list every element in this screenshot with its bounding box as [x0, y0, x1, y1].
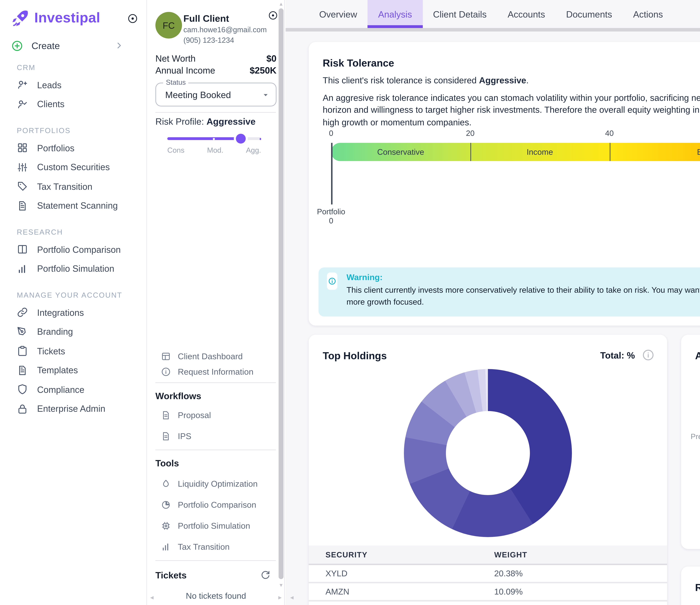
donut-hole: [446, 411, 530, 495]
panel-item-ips[interactable]: IPS: [161, 430, 191, 442]
panel-item-liquidity-optimization[interactable]: Liquidity Optimization: [161, 478, 257, 490]
refresh-icon[interactable]: [260, 570, 270, 580]
sidebar-item-label: Clients: [37, 99, 65, 109]
client-avatar: FC: [155, 12, 182, 39]
panel-item-label: Client Dashboard: [178, 352, 243, 361]
panel-item-proposal[interactable]: Proposal: [161, 409, 211, 421]
divider: [155, 450, 276, 450]
app-name: Investipal: [34, 10, 100, 26]
create-button[interactable]: Create: [11, 38, 136, 53]
clipboard-icon: [17, 345, 28, 357]
security-column-header: SECURITY: [309, 550, 494, 559]
client-name: Full Client: [183, 13, 229, 24]
file-text-icon: [17, 365, 28, 376]
panel-item-label: Liquidity Optimization: [178, 479, 257, 489]
sidebar-item-tickets[interactable]: Tickets: [17, 344, 65, 358]
pen-tool-icon: [17, 326, 28, 337]
scale-tick-40: 40: [605, 129, 614, 137]
panel-scrollbar[interactable]: [279, 8, 283, 579]
panel-item-label: Request Information: [178, 367, 253, 377]
tab-client-details[interactable]: Client Details: [423, 0, 497, 28]
client-phone: (905) 123-1234: [183, 36, 234, 44]
weight-cell: 20.38%: [494, 568, 523, 578]
holdings-row-amzn[interactable]: AMZN10.09%: [309, 583, 667, 602]
sidebar-item-enterprise-admin[interactable]: Enterprise Admin: [17, 402, 105, 416]
top-holdings-title: Top Holdings: [323, 350, 387, 361]
tab-analysis[interactable]: Analysis: [368, 0, 423, 28]
tab-documents[interactable]: Documents: [555, 0, 623, 28]
slider-mark-cons: Cons: [167, 146, 184, 154]
info-icon: [328, 277, 336, 285]
droplet-icon: [161, 479, 171, 489]
category-label-bonds: Bonds: [684, 482, 700, 490]
status-select[interactable]: Status Meeting Booked: [155, 82, 276, 106]
weight-column-header: WEIGHT: [494, 550, 527, 559]
net-worth-label: Net Worth: [155, 53, 196, 64]
panel-scrollbar-down-arrow[interactable]: ▼: [279, 583, 283, 587]
bar-chart-icon: [161, 542, 171, 552]
workflows-heading: Workflows: [155, 391, 201, 401]
tab-scroll-track[interactable]: [285, 28, 700, 31]
sidebar-item-portfolio-comparison[interactable]: Portfolio Comparison: [17, 242, 121, 256]
sidebar-item-portfolios[interactable]: Portfolios: [17, 141, 74, 155]
panel-item-label: Tax Transition: [178, 542, 230, 552]
top-holdings-card: Top Holdings Total: % SECURITY WEIGHT XY…: [309, 335, 667, 605]
scale-tick-20: 20: [466, 129, 474, 137]
logo[interactable]: Investipal: [11, 8, 100, 27]
sidebar-item-tax-transition[interactable]: Tax Transition: [17, 179, 93, 193]
sidebar-collapse-icon[interactable]: [127, 13, 138, 24]
plus-circle-icon: [11, 40, 23, 51]
sidebar-item-portfolio-simulation[interactable]: Portfolio Simulation: [17, 262, 114, 275]
panel-hscroll-left-arrow[interactable]: ◄: [149, 595, 155, 601]
file-text-icon: [17, 200, 28, 211]
tab-overview[interactable]: Overview: [309, 0, 368, 28]
sidebar-item-branding[interactable]: Branding: [17, 324, 73, 339]
net-worth-value: $0: [267, 53, 276, 64]
status-value: Meeting Booked: [165, 90, 231, 100]
sidebar-item-compliance[interactable]: Compliance: [17, 382, 84, 396]
sidebar-item-label: Statement Scanning: [37, 200, 118, 211]
user-plus-icon: [17, 79, 28, 90]
panel-item-client-dashboard[interactable]: Client Dashboard: [161, 350, 243, 363]
slider-knob[interactable]: [235, 134, 245, 144]
sidebar-item-clients[interactable]: Clients: [17, 97, 65, 111]
panel-item-portfolio-simulation[interactable]: Portfolio Simulation: [161, 519, 250, 532]
divider: [155, 382, 276, 383]
divider: [155, 560, 276, 561]
sidebar-item-integrations[interactable]: Integrations: [17, 305, 84, 319]
panel-item-portfolio-comparison[interactable]: Portfolio Comparison: [161, 499, 256, 511]
client-panel: FC Full Client cam.howe16@gmail.com (905…: [147, 0, 285, 605]
main-hscroll-left-arrow[interactable]: ◄: [289, 595, 295, 601]
sidebar-item-label: Custom Securities: [37, 162, 110, 172]
annual-income-value: $250K: [250, 65, 276, 76]
bar-chart-icon: [17, 263, 28, 274]
tab-accounts[interactable]: Accounts: [497, 0, 555, 28]
slider-mark-agg-: Agg.: [246, 146, 261, 154]
holdings-table: SECURITY WEIGHT XYLD20.38%AMZN10.09%: [309, 546, 667, 602]
panel-scrollbar-up-arrow[interactable]: ▲: [279, 1, 283, 6]
sidebar-item-templates[interactable]: Templates: [17, 363, 78, 377]
grid-icon: [17, 142, 28, 153]
risk-profile-slider[interactable]: [167, 137, 261, 140]
security-cell: XYLD: [309, 568, 494, 578]
sidebar-item-statement-scanning[interactable]: Statement Scanning: [17, 199, 118, 213]
panel-hscroll-right-arrow[interactable]: ►: [277, 595, 283, 601]
info-icon[interactable]: [642, 349, 654, 361]
circle-dot-icon[interactable]: [268, 10, 278, 20]
slider-end-dot: [259, 138, 261, 140]
sidebar-item-label: Tax Transition: [37, 181, 93, 192]
panel-item-request-information[interactable]: Request Information: [161, 365, 253, 378]
panel-item-tax-transition[interactable]: Tax Transition: [161, 540, 230, 553]
holdings-row-xyld[interactable]: XYLD20.38%: [309, 565, 667, 583]
sidebar-item-custom-securities[interactable]: Custom Securities: [17, 160, 110, 174]
risk-intro: This client's risk tolerance is consider…: [323, 76, 529, 86]
tab-actions[interactable]: Actions: [623, 0, 673, 28]
holdings-donut-chart[interactable]: [404, 369, 572, 537]
sidebar-item-label: Leads: [37, 79, 61, 90]
rocket-icon: [11, 8, 30, 27]
risk-ratio-card: Risk Ratio: [681, 566, 700, 605]
sidebar-item-leads[interactable]: Leads: [17, 78, 61, 92]
annual-income-label: Annual Income: [155, 65, 215, 76]
panel-item-label: Portfolio Comparison: [178, 500, 256, 510]
app-window: Investipal Create CRMLeadsClientsPORTFOL…: [0, 0, 700, 605]
